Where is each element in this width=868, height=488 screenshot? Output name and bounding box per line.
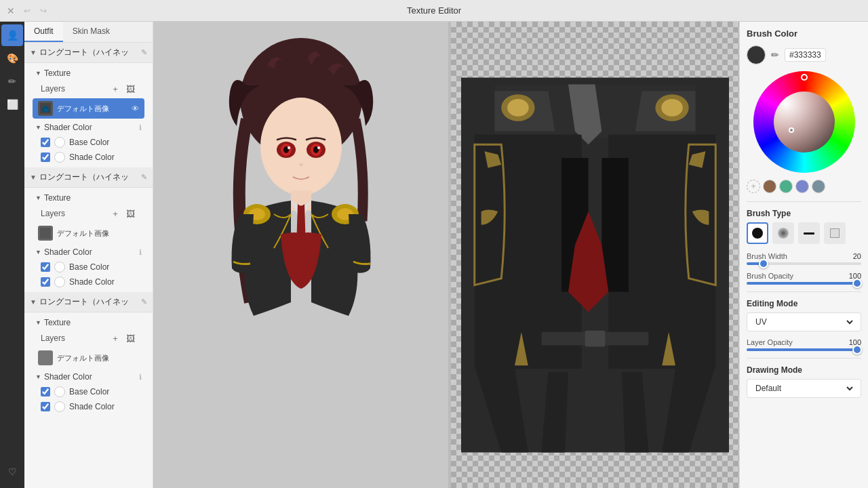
layer-eye-1[interactable]: 👁 (132, 104, 139, 113)
shade-color-check-3[interactable] (41, 402, 50, 411)
layer-opacity-thumb[interactable] (852, 345, 862, 354)
brush-hard[interactable] (747, 222, 768, 244)
shader-chevron-2: ▼ (35, 249, 41, 256)
shader-chevron-1: ▼ (35, 124, 41, 131)
brush-square-shape (830, 228, 840, 238)
tab-skin-mask[interactable]: Skin Mask (63, 22, 119, 42)
base-color-row-2: Base Color (24, 260, 153, 274)
brush-opacity-row: Brush Opacity 100 (747, 272, 861, 285)
brush-line[interactable] (798, 222, 820, 244)
shade-color-row-3: Shade Color (24, 399, 153, 414)
right-panel: Brush Color ✏ #333333 + Brush Type (739, 22, 868, 488)
undo-button[interactable]: ↩ (22, 5, 33, 16)
brush-square[interactable] (824, 222, 846, 244)
preset-blue[interactable] (795, 180, 809, 193)
texture-header-3[interactable]: ▼ Texture (24, 315, 153, 330)
preset-gray[interactable] (812, 180, 825, 193)
main-layout: 👤 🎨 ✏ ⬜ ♡ Outfit Skin Mask ▼ ロングコート（ハイネッ… (0, 22, 868, 488)
layer-opacity-track[interactable] (747, 348, 861, 351)
color-swatch[interactable] (747, 45, 766, 64)
shader-header-1[interactable]: ▼ Shader Color ℹ (24, 120, 153, 135)
preset-add-btn[interactable]: + (747, 180, 760, 193)
add-layer-btn-1[interactable]: + (109, 83, 121, 95)
texture-header-1[interactable]: ▼ Texture (24, 66, 153, 81)
svg-point-18 (288, 146, 290, 149)
svg-rect-36 (585, 331, 606, 347)
layers-label-1: Layers (41, 84, 65, 94)
shader-info-2[interactable]: ℹ (139, 248, 142, 257)
base-color-dot-1 (54, 137, 65, 148)
layer-item-2[interactable]: デフォルト画像 (33, 223, 144, 243)
icon-bar-item-shape[interactable]: ⬜ (1, 94, 23, 115)
close-button[interactable]: ✕ (5, 5, 16, 16)
shade-color-check-1[interactable] (41, 152, 50, 162)
import-layer-btn-2[interactable]: 🖼 (124, 207, 136, 220)
preset-brown[interactable] (763, 180, 776, 193)
shade-color-check-2[interactable] (41, 277, 50, 287)
drawing-mode-section: Drawing Mode Default Normal Multiply (747, 365, 861, 398)
hex-value[interactable]: #333333 (785, 48, 826, 62)
brush-opacity-thumb[interactable] (852, 279, 862, 288)
section-3-body: ▼ Texture Layers + 🖼 デフォルト画像 ▼ Shader (24, 312, 153, 417)
layer-item-1-active[interactable]: 🧥 デフォルト画像 👁 (33, 98, 144, 119)
layer-item-3[interactable]: デフォルト画像 (33, 348, 144, 368)
brush-type-row (747, 222, 861, 244)
texture-header-2[interactable]: ▼ Texture (24, 190, 153, 205)
svg-rect-34 (601, 158, 629, 292)
base-color-dot-3 (54, 386, 65, 397)
texture-label-1: Texture (44, 68, 71, 78)
editing-mode-dropdown[interactable]: UV 3D (747, 312, 861, 331)
shader-info-3[interactable]: ℹ (139, 373, 142, 382)
redo-button[interactable]: ↪ (38, 5, 49, 16)
shader-header-2[interactable]: ▼ Shader Color ℹ (24, 245, 153, 260)
layers-row-3: Layers + 🖼 (24, 330, 153, 346)
layer-thumb-2 (38, 226, 53, 241)
icon-bar-item-heart[interactable]: ♡ (1, 461, 23, 483)
section-3-icon: ✎ (141, 298, 147, 306)
texture-chevron-2: ▼ (35, 195, 41, 201)
section-1-header[interactable]: ▼ ロングコート（ハイネッ ✎ (24, 43, 153, 63)
preset-green[interactable] (779, 180, 793, 193)
icon-bar-item-paint[interactable]: 🎨 (1, 47, 23, 69)
brush-width-track[interactable] (747, 262, 861, 265)
shader-header-3[interactable]: ▼ Shader Color ℹ (24, 369, 153, 384)
section-3-title: ロングコート（ハイネッ (39, 296, 138, 308)
layer-name-2: デフォルト画像 (57, 228, 139, 239)
shader-info-1[interactable]: ℹ (139, 123, 142, 132)
shade-color-dot-1 (54, 152, 65, 163)
tab-outfit[interactable]: Outfit (24, 22, 63, 42)
base-color-row-1: Base Color (24, 135, 153, 150)
import-layer-btn-1[interactable]: 🖼 (124, 83, 136, 95)
brush-soft[interactable] (772, 222, 794, 244)
brush-opacity-track[interactable] (747, 282, 861, 285)
shade-color-dot-3 (54, 401, 65, 412)
pen-icon[interactable]: ✏ (771, 49, 779, 60)
section-2-header[interactable]: ▼ ロングコート（ハイネッ ✎ (24, 167, 153, 188)
brush-width-thumb[interactable] (759, 259, 768, 268)
import-layer-btn-3[interactable]: 🖼 (124, 332, 136, 344)
base-color-check-1[interactable] (41, 138, 50, 147)
base-color-check-2[interactable] (41, 262, 50, 272)
canvas-area (153, 22, 739, 488)
section-1-title: ロングコート（ハイネッ (39, 47, 138, 58)
drawing-mode-select[interactable]: Default Normal Multiply (753, 383, 855, 394)
section-3-header[interactable]: ▼ ロングコート（ハイネッ ✎ (24, 292, 153, 312)
layers-actions-3: + 🖼 (109, 332, 136, 344)
section-2: ▼ ロングコート（ハイネッ ✎ ▼ Texture Layers + 🖼 (24, 167, 153, 292)
layers-label-2: Layers (41, 209, 65, 218)
section-3-chevron: ▼ (30, 298, 37, 306)
layers-row-2: Layers + 🖼 (24, 205, 153, 222)
add-layer-btn-2[interactable]: + (109, 207, 121, 220)
icon-bar-item-outfit[interactable]: 👤 (1, 24, 23, 46)
color-wheel-container[interactable] (753, 71, 855, 173)
texture-content (461, 49, 729, 481)
layer-name-1: デフォルト画像 (57, 104, 127, 114)
color-wheel[interactable] (753, 71, 855, 173)
icon-bar-item-pen[interactable]: ✏ (1, 70, 23, 92)
layer-opacity-label-row: Layer Opacity 100 (747, 338, 861, 346)
base-color-check-3[interactable] (41, 387, 50, 396)
editing-mode-select[interactable]: UV 3D (753, 317, 855, 327)
brush-opacity-label: Brush Opacity (747, 272, 793, 280)
drawing-mode-dropdown[interactable]: Default Normal Multiply (747, 379, 861, 398)
add-layer-btn-3[interactable]: + (109, 332, 121, 344)
